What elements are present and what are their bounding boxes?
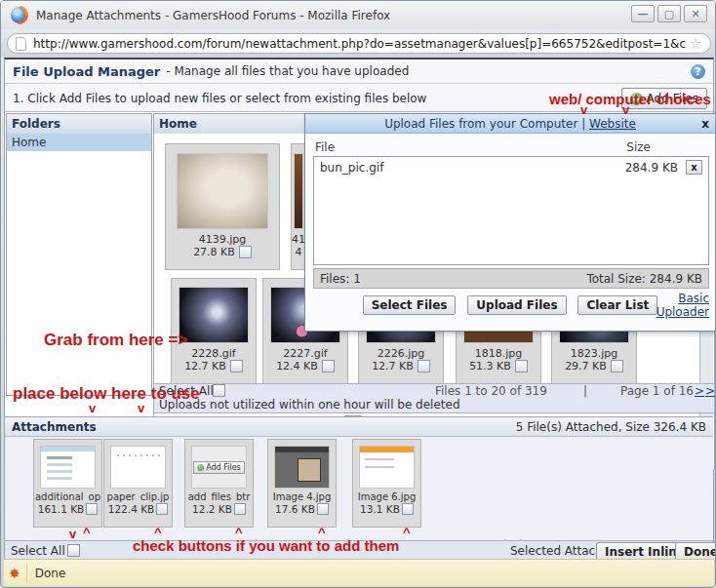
range-separator: |: [583, 384, 587, 398]
annotation-up-arrow: ^: [235, 526, 243, 538]
next-page-link[interactable]: >: [695, 384, 704, 398]
annotation-down-arrow: v: [138, 402, 144, 414]
help-icon[interactable]: ?: [691, 64, 705, 79]
files-range: Files 1 to 20 of 319: [435, 384, 547, 398]
file-tile[interactable]: 4139.jpg 27.8 KB: [165, 143, 280, 270]
attachment-thumbnail: [110, 446, 166, 489]
page-content: File Upload Manager - Manage all files t…: [4, 58, 714, 559]
file-checkbox[interactable]: [239, 246, 252, 258]
dialog-title-bar: Upload Files from your Computer | Websit…: [305, 114, 715, 134]
select-all-checkbox[interactable]: [67, 544, 80, 557]
annotation-up-arrow: ^: [154, 526, 162, 538]
attachment-tile[interactable]: additional_op 161.1 KB: [33, 439, 102, 528]
upload-file-list: bun_pic.gif 284.9 KB x: [313, 156, 709, 265]
url-text[interactable]: http://www.gamershood.com/forum/newattac…: [33, 37, 686, 51]
attachment-name: Image 6.jpg: [353, 491, 420, 502]
attachment-tile[interactable]: Image 6.jpg 13.1 KB: [352, 439, 421, 528]
annotation-up-arrow: ^: [83, 526, 91, 538]
select-files-button[interactable]: Select Files: [363, 295, 457, 315]
pager-bar: Select All Files 1 to 20 of 319 | Page 1…: [153, 383, 715, 398]
dialog-status-bar: Files: 1 Total Size: 284.9 KB: [313, 268, 709, 289]
attachment-tile[interactable]: Add Files add_files_btr 12.2 KB: [184, 439, 254, 528]
file-size: 12.7 KB: [372, 360, 414, 372]
remove-file-button[interactable]: x: [686, 160, 702, 175]
file-size-fragment: 4: [292, 246, 305, 258]
file-checkbox[interactable]: [230, 360, 243, 372]
file-size: 29.7 KB: [565, 360, 607, 372]
website-tab-link[interactable]: Website: [589, 117, 636, 131]
file-checkbox[interactable]: [611, 360, 623, 372]
file-size: 12.4 KB: [276, 360, 318, 372]
file-name: 2227.gif: [263, 347, 347, 360]
navigation-bar: http://www.gamershood.com/forum/newattac…: [1, 29, 715, 58]
folder-item-home[interactable]: Home: [7, 134, 151, 151]
upload-files-button[interactable]: Upload Files: [467, 295, 566, 315]
file-checkbox[interactable]: [322, 360, 335, 372]
annotation-down-arrow: v: [89, 402, 96, 414]
restore-button[interactable]: ▢: [657, 5, 681, 22]
file-name: 1823.jpg: [552, 347, 636, 360]
attachment-checkbox[interactable]: [402, 503, 414, 515]
file-checkbox[interactable]: [418, 360, 430, 372]
annotation-down-arrow: v: [69, 528, 76, 540]
folders-list: Home: [6, 134, 152, 396]
annotation-grab-from-here: Grab from here =>: [44, 331, 187, 350]
page-icon: [16, 37, 26, 51]
thumb-button-text: Add Files: [206, 463, 241, 472]
attachment-checkbox[interactable]: [317, 503, 329, 515]
attachments-title: Attachments: [12, 420, 97, 434]
upload-file-name: bun_pic.gif: [320, 161, 625, 175]
file-thumbnail: [179, 287, 249, 343]
attachment-checkbox[interactable]: [234, 503, 246, 515]
annotation-down-arrow: v: [622, 103, 629, 116]
size-column-header: Size: [626, 140, 651, 154]
file-name-fragment: 41: [292, 233, 305, 246]
minimize-button[interactable]: —: [631, 5, 655, 22]
dialog-close-icon[interactable]: x: [701, 114, 709, 134]
close-button[interactable]: ✕: [684, 5, 707, 22]
clear-list-button[interactable]: Clear List: [577, 295, 657, 315]
total-size: Total Size: 284.9 KB: [586, 272, 702, 286]
browser-status-bar: ✸ Done: [4, 559, 714, 586]
attachment-tile[interactable]: paper_clip.jp 122.4 KB: [103, 439, 173, 528]
annotation-check-buttons: check buttons if you want to add them: [133, 537, 399, 554]
attachment-name: Image 4.jpg: [268, 491, 336, 502]
file-name: 2226.jpg: [359, 347, 443, 360]
status-separator: [26, 564, 27, 583]
file-thumbnail: [177, 153, 268, 229]
upload-file-row: bun_pic.gif 284.9 KB x: [314, 157, 708, 177]
attachment-size: 161.1 KB: [38, 503, 85, 515]
attachment-checkbox[interactable]: [86, 503, 98, 515]
select-all-checkbox[interactable]: [213, 384, 225, 397]
annotation-up-arrow: ^: [403, 526, 411, 538]
attachment-checkbox[interactable]: [156, 503, 168, 515]
attachment-name: paper_clip.jp: [104, 491, 172, 502]
dialog-title-separator: |: [581, 117, 585, 131]
annotation-down-arrow: v: [580, 103, 587, 116]
files-count: Files: 1: [320, 272, 361, 286]
last-page-link[interactable]: >>: [705, 384, 716, 398]
attachments-summary: 5 File(s) Attached, Size 326.4 KB: [516, 420, 706, 434]
page-title: File Upload Manager: [13, 64, 160, 79]
file-size: 27.8 KB: [193, 246, 235, 258]
folders-header: Folders: [6, 113, 152, 135]
file-name: 1818.jpg: [457, 347, 540, 360]
url-bar[interactable]: http://www.gamershood.com/forum/newattac…: [7, 33, 711, 54]
attachment-thumbnail: [40, 446, 96, 489]
attachment-size: 122.4 KB: [108, 503, 155, 515]
select-all-label: Select All: [11, 544, 65, 558]
bookmark-star-icon[interactable]: ☆: [690, 35, 702, 53]
attachment-thumbnail: Add Files: [191, 446, 247, 489]
file-checkbox[interactable]: [515, 360, 528, 372]
window-title: Manage Attachments - GamersHood Forums -…: [36, 9, 390, 22]
attachment-thumbnail: [274, 446, 330, 489]
status-star-icon: ✸: [9, 566, 20, 581]
step-instruction: 1. Click Add Files to upload new files o…: [13, 92, 426, 105]
basic-uploader-link[interactable]: Basic Uploader: [656, 292, 709, 319]
upload-notice: Uploads not utilized within one hour wil…: [153, 398, 715, 413]
attachment-size: 17.6 KB: [275, 503, 315, 515]
attachment-tile[interactable]: Image 4.jpg 17.6 KB: [267, 439, 337, 528]
attachments-header: Attachments 5 File(s) Attached, Size 326…: [5, 416, 713, 437]
file-thumbnail: [294, 153, 303, 229]
attachment-size: 12.2 KB: [192, 503, 232, 515]
